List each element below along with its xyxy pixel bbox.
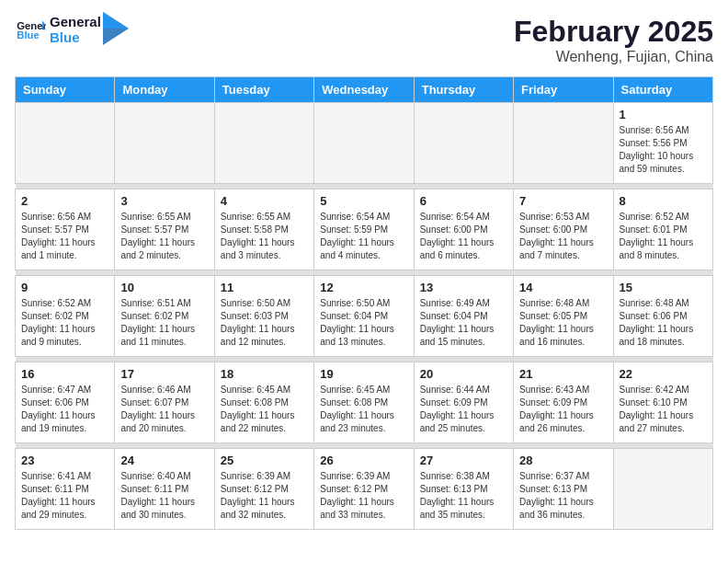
day-number: 1 xyxy=(620,108,707,121)
calendar-cell: 12Sunrise: 6:50 AM Sunset: 6:04 PM Dayli… xyxy=(314,276,414,357)
day-number: 13 xyxy=(420,281,507,294)
day-number: 10 xyxy=(120,281,208,294)
calendar-cell: 6Sunrise: 6:54 AM Sunset: 6:00 PM Daylig… xyxy=(414,190,513,270)
calendar-cell: 1Sunrise: 6:56 AM Sunset: 5:56 PM Daylig… xyxy=(613,103,712,184)
day-info: Sunrise: 6:45 AM Sunset: 6:08 PM Dayligh… xyxy=(320,384,407,435)
weekday-header-saturday: Saturday xyxy=(613,77,712,103)
calendar-cell xyxy=(314,103,414,184)
day-info: Sunrise: 6:41 AM Sunset: 6:11 PM Dayligh… xyxy=(21,470,108,522)
week-row-5: 23Sunrise: 6:41 AM Sunset: 6:11 PM Dayli… xyxy=(16,449,713,530)
day-info: Sunrise: 6:50 AM Sunset: 6:03 PM Dayligh… xyxy=(221,297,308,349)
day-number: 3 xyxy=(120,194,208,208)
day-info: Sunrise: 6:40 AM Sunset: 6:11 PM Dayligh… xyxy=(120,470,208,522)
week-row-4: 16Sunrise: 6:47 AM Sunset: 6:06 PM Dayli… xyxy=(16,362,713,443)
weekday-header-row: SundayMondayTuesdayWednesdayThursdayFrid… xyxy=(16,77,713,103)
logo-icon: General Blue xyxy=(17,19,46,41)
calendar-cell: 9Sunrise: 6:52 AM Sunset: 6:02 PM Daylig… xyxy=(16,276,115,357)
day-number: 16 xyxy=(21,367,108,381)
weekday-header-thursday: Thursday xyxy=(414,77,513,103)
day-info: Sunrise: 6:55 AM Sunset: 5:58 PM Dayligh… xyxy=(221,211,308,262)
weekday-header-sunday: Sunday xyxy=(16,77,115,103)
calendar-cell xyxy=(115,103,214,184)
day-number: 23 xyxy=(21,454,108,467)
weekday-header-tuesday: Tuesday xyxy=(214,77,313,103)
calendar-cell: 24Sunrise: 6:40 AM Sunset: 6:11 PM Dayli… xyxy=(115,449,214,530)
day-info: Sunrise: 6:48 AM Sunset: 6:05 PM Dayligh… xyxy=(519,297,607,349)
day-number: 9 xyxy=(21,281,108,294)
day-number: 22 xyxy=(620,367,707,381)
day-info: Sunrise: 6:42 AM Sunset: 6:10 PM Dayligh… xyxy=(620,384,707,435)
title-block: February 2025 Wenheng, Fujian, China xyxy=(514,15,713,65)
calendar-cell: 20Sunrise: 6:44 AM Sunset: 6:09 PM Dayli… xyxy=(414,362,513,443)
svg-text:Blue: Blue xyxy=(17,29,40,40)
week-row-3: 9Sunrise: 6:52 AM Sunset: 6:02 PM Daylig… xyxy=(16,276,713,357)
day-info: Sunrise: 6:50 AM Sunset: 6:04 PM Dayligh… xyxy=(320,297,407,349)
day-number: 7 xyxy=(519,194,607,208)
day-number: 17 xyxy=(120,367,208,381)
day-number: 25 xyxy=(221,454,308,467)
calendar-cell: 4Sunrise: 6:55 AM Sunset: 5:58 PM Daylig… xyxy=(214,190,313,270)
week-row-2: 2Sunrise: 6:56 AM Sunset: 5:57 PM Daylig… xyxy=(16,190,713,270)
day-number: 15 xyxy=(620,281,707,294)
day-info: Sunrise: 6:51 AM Sunset: 6:02 PM Dayligh… xyxy=(120,297,208,349)
day-info: Sunrise: 6:54 AM Sunset: 6:00 PM Dayligh… xyxy=(420,211,507,262)
day-info: Sunrise: 6:52 AM Sunset: 6:02 PM Dayligh… xyxy=(21,297,108,349)
calendar-cell xyxy=(16,103,115,184)
calendar-cell: 2Sunrise: 6:56 AM Sunset: 5:57 PM Daylig… xyxy=(16,190,115,270)
calendar-cell: 27Sunrise: 6:38 AM Sunset: 6:13 PM Dayli… xyxy=(414,449,513,530)
day-info: Sunrise: 6:43 AM Sunset: 6:09 PM Dayligh… xyxy=(519,384,607,435)
day-number: 11 xyxy=(221,281,308,294)
logo-blue: Blue xyxy=(50,30,101,46)
weekday-header-monday: Monday xyxy=(115,77,214,103)
calendar-cell: 19Sunrise: 6:45 AM Sunset: 6:08 PM Dayli… xyxy=(314,362,414,443)
calendar-cell: 21Sunrise: 6:43 AM Sunset: 6:09 PM Dayli… xyxy=(514,362,613,443)
calendar-cell: 8Sunrise: 6:52 AM Sunset: 6:01 PM Daylig… xyxy=(613,190,712,270)
day-info: Sunrise: 6:56 AM Sunset: 5:56 PM Dayligh… xyxy=(620,124,707,176)
calendar-cell xyxy=(514,103,613,184)
calendar-cell xyxy=(613,449,712,530)
calendar-cell: 26Sunrise: 6:39 AM Sunset: 6:12 PM Dayli… xyxy=(314,449,414,530)
day-number: 12 xyxy=(320,281,407,294)
calendar-cell: 14Sunrise: 6:48 AM Sunset: 6:05 PM Dayli… xyxy=(514,276,613,357)
calendar-cell: 11Sunrise: 6:50 AM Sunset: 6:03 PM Dayli… xyxy=(214,276,313,357)
day-number: 26 xyxy=(320,454,407,467)
day-number: 4 xyxy=(221,194,308,208)
day-number: 14 xyxy=(519,281,607,294)
day-number: 6 xyxy=(420,194,507,208)
page-header: General Blue General Blue February 2025 … xyxy=(15,15,713,65)
weekday-header-wednesday: Wednesday xyxy=(314,77,414,103)
day-info: Sunrise: 6:38 AM Sunset: 6:13 PM Dayligh… xyxy=(420,470,507,522)
calendar-cell: 13Sunrise: 6:49 AM Sunset: 6:04 PM Dayli… xyxy=(414,276,513,357)
calendar-cell: 23Sunrise: 6:41 AM Sunset: 6:11 PM Dayli… xyxy=(16,449,115,530)
day-info: Sunrise: 6:54 AM Sunset: 5:59 PM Dayligh… xyxy=(320,211,407,262)
day-info: Sunrise: 6:52 AM Sunset: 6:01 PM Dayligh… xyxy=(620,211,707,262)
calendar-cell: 22Sunrise: 6:42 AM Sunset: 6:10 PM Dayli… xyxy=(613,362,712,443)
calendar-cell: 7Sunrise: 6:53 AM Sunset: 6:00 PM Daylig… xyxy=(514,190,613,270)
day-info: Sunrise: 6:39 AM Sunset: 6:12 PM Dayligh… xyxy=(221,470,308,522)
day-number: 24 xyxy=(120,454,208,467)
calendar-table: SundayMondayTuesdayWednesdayThursdayFrid… xyxy=(15,76,713,530)
day-number: 5 xyxy=(320,194,407,208)
week-row-1: 1Sunrise: 6:56 AM Sunset: 5:56 PM Daylig… xyxy=(16,103,713,184)
day-number: 19 xyxy=(320,367,407,381)
calendar-cell: 25Sunrise: 6:39 AM Sunset: 6:12 PM Dayli… xyxy=(214,449,313,530)
day-number: 21 xyxy=(519,367,607,381)
day-number: 18 xyxy=(221,367,308,381)
day-info: Sunrise: 6:55 AM Sunset: 5:57 PM Dayligh… xyxy=(120,211,208,262)
month-year-title: February 2025 xyxy=(514,15,713,49)
calendar-cell: 28Sunrise: 6:37 AM Sunset: 6:13 PM Dayli… xyxy=(514,449,613,530)
day-info: Sunrise: 6:39 AM Sunset: 6:12 PM Dayligh… xyxy=(320,470,407,522)
day-info: Sunrise: 6:53 AM Sunset: 6:00 PM Dayligh… xyxy=(519,211,607,262)
day-info: Sunrise: 6:46 AM Sunset: 6:07 PM Dayligh… xyxy=(120,384,208,435)
location-subtitle: Wenheng, Fujian, China xyxy=(514,49,713,65)
day-info: Sunrise: 6:56 AM Sunset: 5:57 PM Dayligh… xyxy=(21,211,108,262)
calendar-cell: 18Sunrise: 6:45 AM Sunset: 6:08 PM Dayli… xyxy=(214,362,313,443)
day-info: Sunrise: 6:44 AM Sunset: 6:09 PM Dayligh… xyxy=(420,384,507,435)
calendar-cell: 5Sunrise: 6:54 AM Sunset: 5:59 PM Daylig… xyxy=(314,190,414,270)
logo-arrow-icon xyxy=(103,12,129,45)
day-info: Sunrise: 6:47 AM Sunset: 6:06 PM Dayligh… xyxy=(21,384,108,435)
day-number: 8 xyxy=(620,194,707,208)
weekday-header-friday: Friday xyxy=(514,77,613,103)
calendar-cell: 3Sunrise: 6:55 AM Sunset: 5:57 PM Daylig… xyxy=(115,190,214,270)
calendar-cell: 10Sunrise: 6:51 AM Sunset: 6:02 PM Dayli… xyxy=(115,276,214,357)
